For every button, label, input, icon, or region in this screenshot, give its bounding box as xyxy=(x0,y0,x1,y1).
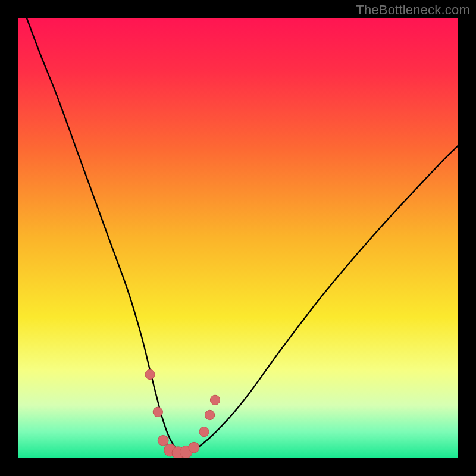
gradient-background xyxy=(18,18,458,458)
bottleneck-chart xyxy=(18,18,458,458)
data-marker xyxy=(205,410,215,419)
data-marker xyxy=(210,395,220,405)
data-marker xyxy=(145,369,155,379)
chart-frame xyxy=(18,18,458,458)
data-marker xyxy=(153,407,162,416)
data-marker xyxy=(158,436,168,446)
watermark-text: TheBottleneck.com xyxy=(356,2,470,18)
data-marker xyxy=(189,442,199,453)
data-marker xyxy=(199,427,209,436)
